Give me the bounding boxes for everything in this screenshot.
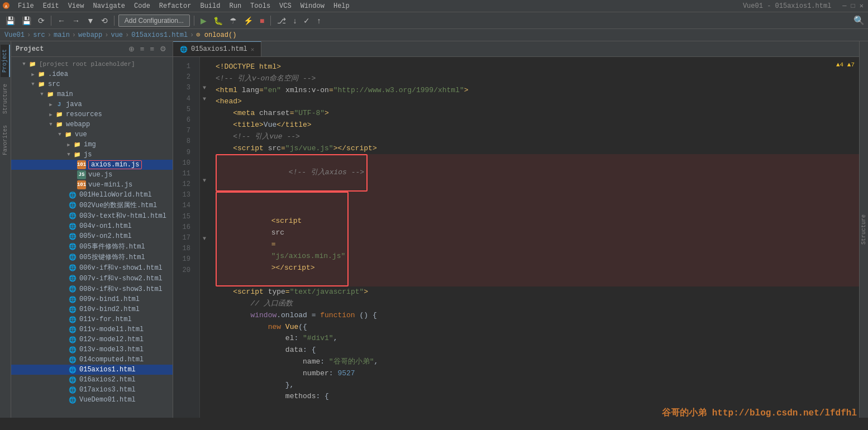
menu-help[interactable]: Help [329,0,354,12]
profile-btn[interactable]: ⚡ [241,15,255,26]
breadcrumb-vue01[interactable]: Vue01 [4,31,25,39]
tree-005event[interactable]: 🌐 005事件修饰符.html [11,241,173,252]
tree-013[interactable]: 🌐 013v-model3.html [11,345,173,355]
search-everywhere-btn[interactable]: 🔍 [853,15,865,26]
toolbar-save-all-btn[interactable]: 💾 [20,15,34,26]
fold-3[interactable]: ▼ [200,85,209,97]
project-tab[interactable]: Project [1,45,10,77]
vcs-btn[interactable]: ⎇ [275,15,288,26]
ln-18: 18 [173,243,195,254]
tree-016[interactable]: 🌐 016axios2.html [11,375,173,385]
sidebar-expand-btn[interactable]: ≡ [148,44,156,54]
breadcrumb-webapp[interactable]: webapp [78,31,102,39]
menu-refactor[interactable]: Refactor [155,0,196,12]
commit-btn[interactable]: ✓ [301,15,312,26]
close-btn[interactable]: ✕ [860,2,864,10]
menu-edit[interactable]: Edit [39,0,64,12]
code-token: > [364,286,368,298]
editor-tab-015[interactable]: 🌐 015axios1.html ✕ [173,41,261,56]
tree-vuedemo01[interactable]: 🌐 VueDemo01.html [11,395,173,405]
tree-main[interactable]: ▼ 📁 main [11,89,173,99]
toolbar-back-btn[interactable]: ← [55,15,68,26]
add-configuration-button[interactable]: Add Configuration... [118,15,190,27]
tree-vue-js[interactable]: JS vue.js [11,170,173,180]
minimize-btn[interactable]: — [842,2,846,10]
push-btn[interactable]: ↑ [314,15,323,26]
toolbar-sync-btn[interactable]: ⟳ [36,15,47,26]
tree-js-folder[interactable]: ▼ 📁 js [11,150,173,160]
breadcrumb-src[interactable]: src [33,31,45,39]
code-token: "js/axios.min.js" [271,252,346,260]
sidebar-settings-btn[interactable]: ⚙ [158,44,168,54]
code-token: .onload = [276,310,320,322]
menu-code[interactable]: Code [130,0,155,12]
editor-area: 🌐 015axios1.html ✕ 1 2 3 4 5 6 7 8 9 10 … [173,41,859,418]
menu-vcs[interactable]: VCS [275,0,296,12]
tree-002[interactable]: 🌐 002Vue的数据属性.html [11,200,173,211]
breadcrumb-method[interactable]: ⊙ onload() [196,31,236,39]
tree-010[interactable]: 🌐 010v-bind2.html [11,304,173,314]
tab-close-btn[interactable]: ✕ [251,46,255,53]
update-btn[interactable]: ↓ [290,15,299,26]
tree-axios-min-js[interactable]: 101 axios.min.js [11,160,173,170]
menu-view[interactable]: View [64,0,89,12]
breadcrumb-file[interactable]: 015axios1.html [131,31,188,39]
tree-root[interactable]: ▼ 📁 [project root placeholder] [11,59,173,69]
menu-file[interactable]: File [13,0,39,12]
warning-count: ▲4 ▲7 [836,61,855,68]
code-token: ></script> [271,264,315,272]
code-line-15: el : "#div1" , [216,333,859,345]
menu-run[interactable]: Run [225,0,246,12]
tree-006[interactable]: 🌐 006v-if和v-show1.html [11,262,173,273]
fold-4[interactable]: ▼ [200,96,209,108]
code-token: }, [216,380,294,391]
toolbar-recent-btn[interactable]: ⟲ [99,15,110,26]
tree-011vmodel[interactable]: 🌐 011v-model1.html [11,324,173,335]
sidebar-collapse-btn[interactable]: ≡ [139,44,146,54]
tree-001[interactable]: 🌐 001HelloWorld.html [11,190,173,200]
menu-window[interactable]: Window [296,0,329,12]
fold-16[interactable]: ▼ [200,236,209,247]
tree-008[interactable]: 🌐 008v-if和v-show3.html [11,284,173,294]
code-token: function [320,310,355,322]
tree-012[interactable]: 🌐 012v-model2.html [11,335,173,345]
run-btn[interactable]: ▶ [198,15,209,26]
breadcrumb-main[interactable]: main [54,31,70,39]
sidebar-scope-btn[interactable]: ⊕ [127,44,136,54]
structure-label[interactable]: Structure [861,214,867,245]
tree-src[interactable]: ▼ 📁 src [11,79,173,89]
tree-webapp[interactable]: ▼ 📁 webapp [11,120,173,130]
tree-007[interactable]: 🌐 007v-if和v-show2.html [11,273,173,284]
tree-idea[interactable]: ▶ 📁 .idea [11,69,173,79]
menu-navigate[interactable]: Navigate [88,0,130,12]
toolbar-save-btn[interactable]: 💾 [3,15,17,26]
debug-btn[interactable]: 🐛 [211,15,225,26]
menu-tools[interactable]: Tools [246,0,275,12]
tree-005key[interactable]: 🌐 005按键修饰符.html [11,252,173,262]
tree-017[interactable]: 🌐 017axios3.html [11,385,173,395]
ln-9: 9 [173,147,195,158]
structure-tab[interactable]: Structure [1,79,9,118]
tree-004[interactable]: 🌐 004v-on1.html [11,221,173,231]
tree-img[interactable]: ▶ 📁 img [11,140,173,150]
fold-11[interactable]: ▼ [200,178,209,189]
toolbar-dropdown-btn[interactable]: ▼ [84,15,97,26]
code-token [216,391,285,403]
tree-vue-folder[interactable]: ▼ 📁 vue [11,130,173,140]
toolbar-forward-btn[interactable]: → [70,15,82,26]
tree-014[interactable]: 🌐 014computed.html [11,355,173,365]
tree-011vfor[interactable]: 🌐 011v-for.html [11,314,173,324]
tree-015[interactable]: 🌐 015axios1.html [11,365,173,375]
breadcrumb-vue[interactable]: vue [111,31,123,39]
stop-btn[interactable]: ■ [257,15,266,26]
favorites-tab[interactable]: Favorites [1,121,9,160]
tree-009[interactable]: 🌐 009v-bind1.html [11,294,173,304]
coverage-btn[interactable]: ☂ [227,15,239,26]
tree-resources[interactable]: ▶ 📁 resources [11,109,173,120]
tree-java[interactable]: ▶ J java [11,99,173,109]
tree-003[interactable]: 🌐 003v-text和v-html.html [11,211,173,221]
tree-vue-mini-js[interactable]: 101 vue-mini.js [11,180,173,190]
menu-build[interactable]: Build [195,0,225,12]
tree-005on2[interactable]: 🌐 005v-on2.html [11,231,173,241]
maximize-btn[interactable]: □ [851,2,855,10]
